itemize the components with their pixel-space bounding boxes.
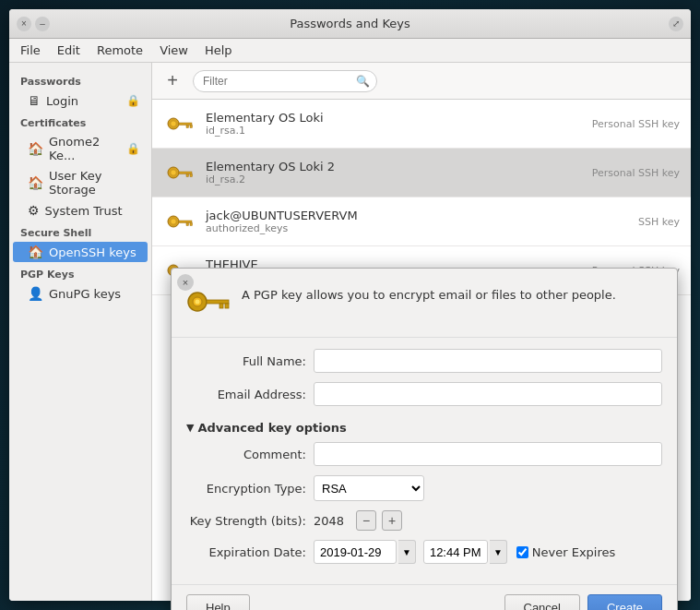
sidebar-item-login[interactable]: 🖥 Login 🔒 [13,90,148,111]
comment-input[interactable] [314,442,662,466]
pgp-key-dialog: × A PGP key allows you to encrypt email … [171,268,678,610]
sidebar-item-label: Gnome2 Ke... [49,135,121,162]
svg-rect-23 [207,300,229,304]
toolbar: + 🔍 [152,63,691,100]
full-name-input[interactable] [314,349,662,373]
svg-rect-4 [190,126,193,128]
menu-remote[interactable]: Remote [89,42,150,59]
expiration-date-input[interactable] [314,540,397,564]
menu-bar: File Edit Remote View Help [9,39,691,63]
dialog-key-icon [186,285,231,326]
dialog-close-button[interactable]: × [177,274,194,291]
sidebar-item-gnupg[interactable]: 👤 GnuPG keys [13,283,148,304]
svg-point-22 [196,300,200,305]
email-row: Email Address: [186,382,662,406]
search-icon: 🔍 [356,75,370,88]
key-sub: id_rsa.1 [206,125,583,137]
full-name-row: Full Name: [186,349,662,373]
key-info: jack@UBUNTUSERVERVM authorized_keys [206,209,629,234]
svg-rect-7 [179,172,192,174]
menu-help[interactable]: Help [197,42,240,59]
title-bar: × – Passwords and Keys ⤢ [9,9,691,39]
key-strength-label: Key Strength (bits): [186,514,306,528]
never-expires-checkbox[interactable] [516,546,528,558]
sidebar-item-gnome2[interactable]: 🏠 Gnome2 Ke... 🔒 [13,132,148,165]
menu-edit[interactable]: Edit [50,42,88,59]
encryption-type-label: Encryption Type: [186,482,306,496]
sidebar-item-label: System Trust [45,204,123,218]
menu-view[interactable]: View [152,42,196,59]
expiration-time-picker-button[interactable]: ▼ [490,540,507,564]
key-icon [163,205,196,238]
key-strength-row: Key Strength (bits): 2048 − + [186,510,662,531]
sidebar-item-user-key-storage[interactable]: 🏠 User Key Storage [13,166,148,199]
menu-file[interactable]: File [13,42,48,59]
advanced-options-label: Advanced key options [197,421,346,435]
expiration-date-picker-button[interactable]: ▼ [398,540,416,564]
key-item[interactable]: Elementary OS Loki id_rsa.1 Personal SSH… [152,100,691,149]
add-key-button[interactable]: + [160,68,185,94]
sidebar-section-pgp: PGP Keys [9,263,151,282]
key-strength-value: 2048 [314,514,350,528]
key-name: jack@UBUNTUSERVERVM [206,209,629,222]
cancel-button[interactable]: Cancel [504,594,580,610]
sidebar-section-passwords: Passwords [9,70,151,90]
comment-row: Comment: [186,442,662,466]
close-button[interactable]: × [17,17,31,31]
dialog-description: A PGP key allows you to encrypt email or… [242,283,616,304]
dialog-action-buttons: Cancel Create [504,594,663,610]
key-name: Elementary OS Loki 2 [206,160,583,173]
encryption-type-select[interactable]: RSA DSA ElGamal [314,475,424,501]
filter-input[interactable] [193,70,377,92]
key-icon [163,156,196,189]
key-type: Personal SSH key [592,118,680,130]
create-button[interactable]: Create [587,594,662,610]
key-icon [163,107,196,140]
key-strength-decrease[interactable]: − [356,510,376,531]
encryption-type-row: Encryption Type: RSA DSA ElGamal [186,475,662,501]
svg-rect-12 [179,221,192,223]
key-sub: authorized_keys [206,222,629,234]
expiration-time-input[interactable] [423,540,488,564]
user-key-storage-icon: 🏠 [28,175,43,190]
window-title: Passwords and Keys [290,17,410,30]
svg-rect-24 [219,304,223,308]
advanced-key-options-toggle[interactable]: ▼ Advanced key options [186,415,662,442]
key-strength-stepper: 2048 − + [314,510,402,531]
help-button[interactable]: Help [186,594,250,610]
sidebar-item-label: Login [46,94,78,108]
sidebar-item-system-trust[interactable]: ⚙ System Trust [13,200,148,221]
dialog-footer: Help Cancel Create [172,584,677,610]
key-name: Elementary OS Loki [206,111,583,125]
key-sub: id_rsa.2 [206,173,583,185]
filter-wrapper: 🔍 [193,70,377,92]
key-strength-increase[interactable]: + [382,510,402,531]
login-icon: 🖥 [28,93,41,108]
svg-rect-2 [179,123,192,126]
sidebar: Passwords 🖥 Login 🔒 Certificates 🏠 Gnome… [9,63,152,601]
svg-point-11 [171,219,176,224]
never-expires-label[interactable]: Never Expires [516,545,616,559]
expiration-label: Expiration Date: [186,545,306,559]
email-input[interactable] [314,382,662,406]
svg-point-6 [171,170,176,175]
expiration-row: Expiration Date: ▼ ▼ Never Expires [186,540,662,564]
svg-rect-8 [186,174,189,177]
dialog-header: A PGP key allows you to encrypt email or… [172,269,677,338]
lock-icon: 🔒 [126,94,140,107]
key-item[interactable]: Elementary OS Loki 2 id_rsa.2 Personal S… [152,149,691,197]
key-item[interactable]: jack@UBUNTUSERVERVM authorized_keys SSH … [152,197,691,246]
key-info: Elementary OS Loki 2 id_rsa.2 [206,160,583,185]
comment-label: Comment: [186,448,306,461]
svg-rect-14 [190,223,193,226]
dialog-form: Full Name: Email Address: ▼ Advanced key… [172,338,677,584]
key-type: SSH key [638,216,680,228]
minimize-button[interactable]: – [35,17,50,31]
sidebar-item-label: GnuPG keys [49,287,121,301]
title-bar-right: ⤢ [669,17,683,31]
svg-rect-13 [186,223,189,226]
sidebar-item-openssh[interactable]: 🏠 OpenSSH keys [13,242,148,262]
key-type: Personal SSH key [592,167,680,179]
maximize-button[interactable]: ⤢ [669,17,683,31]
sidebar-section-secure-shell: Secure Shell [9,221,151,241]
